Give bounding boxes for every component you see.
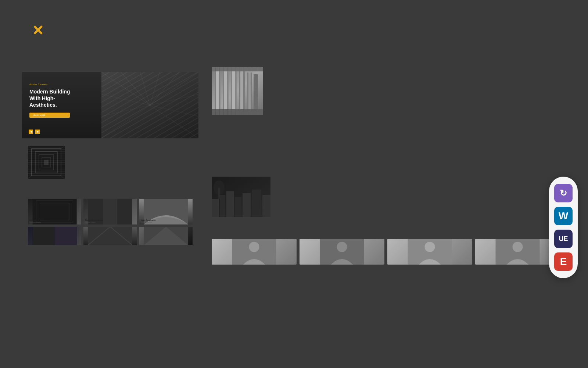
svg-rect-45 <box>232 71 235 111</box>
project-img-5 <box>83 227 137 245</box>
project-label-3: Hyatt Corporation Creative planning <box>141 219 157 223</box>
team-member-4 <box>475 239 560 265</box>
svg-point-72 <box>513 242 523 252</box>
team-photo-svg-4 <box>475 239 560 265</box>
svg-rect-51 <box>212 109 263 115</box>
svg-point-70 <box>425 242 435 252</box>
svg-rect-41 <box>216 71 219 111</box>
team-photo-3 <box>387 239 472 265</box>
svg-rect-71 <box>496 239 540 265</box>
project-label-2: Buenos Aires House Creative Interior <box>85 219 103 223</box>
svg-rect-67 <box>320 239 364 265</box>
svg-rect-65 <box>232 239 276 265</box>
elementor-e-icon: E <box>560 256 567 268</box>
svg-rect-43 <box>224 71 227 111</box>
tunnel-svg <box>28 146 65 179</box>
refresh-icon-button[interactable]: ↻ <box>554 184 573 202</box>
pillars-svg <box>212 67 263 115</box>
refresh-icon: ↻ <box>560 188 567 198</box>
hero-heading: Modern BuildingWith High-Aesthetics. <box>29 88 70 109</box>
preview-hero: Architec Company Modern BuildingWith Hig… <box>22 72 198 138</box>
sidebar-icons-panel: ↻ W UE E <box>549 177 578 278</box>
project-item: Johnson Headquarters Building planning <box>28 199 81 224</box>
ue-icon-button[interactable]: UE <box>554 230 573 248</box>
hero-button[interactable]: LEARN MORE <box>29 113 70 118</box>
project-item: Buenos Aires House Creative Interior <box>83 199 137 224</box>
partners-image <box>212 177 270 217</box>
svg-rect-46 <box>239 71 245 111</box>
svg-rect-28 <box>103 199 118 224</box>
project-item <box>139 227 193 245</box>
team-photo-1 <box>212 239 297 265</box>
svg-rect-13 <box>28 146 65 179</box>
team-photo-2 <box>300 239 384 265</box>
svg-rect-57 <box>220 195 225 217</box>
svg-rect-64 <box>218 188 220 199</box>
svg-rect-33 <box>55 227 77 245</box>
logo-x-icon: ✕ <box>32 22 44 39</box>
team-photo-svg-2 <box>300 239 384 265</box>
next-arrow[interactable]: ▶ <box>35 130 40 134</box>
hero-tag: Architec Company <box>29 83 70 85</box>
about-image <box>28 146 65 179</box>
team-member-2 <box>300 239 384 265</box>
projects-grid: Johnson Headquarters Building planning B… <box>28 199 193 224</box>
svg-rect-47 <box>240 71 243 111</box>
svg-line-22 <box>61 176 65 179</box>
elementor-icon-button[interactable]: E <box>554 252 573 271</box>
svg-rect-50 <box>254 74 258 111</box>
svg-rect-17 <box>42 158 51 167</box>
svg-rect-59 <box>235 197 241 217</box>
svg-rect-15 <box>35 152 57 173</box>
svg-rect-29 <box>118 199 132 224</box>
svg-rect-16 <box>39 155 54 170</box>
svg-line-20 <box>61 146 65 149</box>
svg-rect-34 <box>88 227 132 245</box>
svg-rect-56 <box>212 199 219 217</box>
svg-rect-39 <box>212 67 263 115</box>
prev-arrow[interactable]: ◀ <box>29 130 33 134</box>
project-item: Hyatt Corporation Creative planning <box>139 199 193 224</box>
team-photo-svg-3 <box>387 239 472 265</box>
svg-rect-18 <box>44 160 49 165</box>
project-img-6 <box>139 227 193 245</box>
svg-rect-53 <box>212 67 263 115</box>
svg-point-66 <box>249 242 259 252</box>
team-photo-svg-1 <box>212 239 297 265</box>
project-item <box>83 227 137 245</box>
svg-rect-48 <box>247 72 252 111</box>
ue-icon: UE <box>559 235 568 243</box>
wordpress-icon: W <box>559 210 568 222</box>
svg-line-19 <box>28 146 32 149</box>
hero-arch-svg <box>101 72 198 138</box>
wordpress-icon-button[interactable]: W <box>554 207 573 225</box>
project-img-4 <box>28 227 81 245</box>
svg-line-21 <box>28 176 32 179</box>
svg-rect-58 <box>226 191 234 217</box>
hero-content: Architec Company Modern BuildingWith Hig… <box>29 83 70 118</box>
svg-rect-14 <box>32 149 61 176</box>
faq-image <box>212 67 263 115</box>
project-label-1: Johnson Headquarters Building planning <box>29 219 49 223</box>
partners-bg-img <box>212 177 270 217</box>
svg-rect-60 <box>243 193 251 217</box>
svg-rect-32 <box>33 227 55 245</box>
svg-rect-49 <box>248 72 251 111</box>
svg-rect-42 <box>223 71 229 111</box>
svg-rect-40 <box>215 71 220 111</box>
project-item <box>28 227 81 245</box>
hero-arrows: ◀ ▶ <box>29 130 40 134</box>
team-member-3 <box>387 239 472 265</box>
svg-rect-38 <box>212 67 263 115</box>
background <box>0 0 588 368</box>
svg-rect-69 <box>408 239 452 265</box>
team-photo-4 <box>475 239 560 265</box>
svg-rect-61 <box>252 190 261 217</box>
svg-point-68 <box>337 242 347 252</box>
projects-grid-2 <box>28 227 193 245</box>
team-member-1 <box>212 239 297 265</box>
svg-rect-44 <box>231 71 237 111</box>
svg-rect-52 <box>212 67 263 71</box>
svg-rect-62 <box>262 195 270 217</box>
